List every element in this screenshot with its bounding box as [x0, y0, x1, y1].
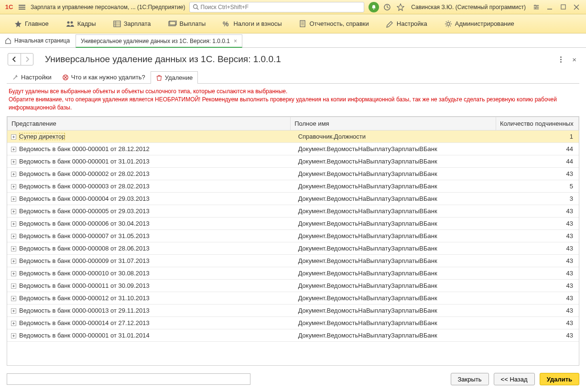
expand-icon[interactable] [11, 184, 16, 189]
table-row[interactable]: Ведомость в банк 0000-000006 от 30.04.20… [7, 218, 579, 230]
expand-icon[interactable] [11, 221, 16, 227]
expand-icon[interactable] [11, 246, 16, 251]
cell-representation: Ведомость в банк 0000-000008 от 28.06.20… [19, 245, 150, 252]
search-box[interactable] [189, 2, 365, 12]
expand-icon[interactable] [11, 172, 16, 177]
cell-representation: Ведомость в банк 0000-000001 от 31.01.20… [19, 332, 150, 339]
history-icon[interactable] [381, 1, 393, 13]
col-representation[interactable]: Представление [8, 117, 291, 131]
table-row[interactable]: Ведомость в банк 0000-000010 от 30.08.20… [7, 267, 579, 280]
inner-tabs: Настройки Что и как нужно удалить? Удале… [7, 71, 579, 84]
nav-back-icon[interactable] [8, 54, 21, 65]
cell-representation: Ведомость в банк 0000-000006 от 30.04.20… [19, 220, 150, 227]
cell-representation: Ведомость в банк 0000-000012 от 31.10.20… [19, 294, 150, 302]
menu-taxes[interactable]: %Налоги и взносы [214, 14, 290, 33]
expand-icon[interactable] [11, 234, 16, 239]
tab-active[interactable]: Универсальное удаление данных из 1С. Вер… [76, 34, 242, 48]
cell-representation: Ведомость в банк 0000-000014 от 27.12.20… [19, 319, 150, 327]
expand-icon[interactable] [11, 308, 16, 314]
table-body-scroll[interactable]: Супер директорСправочник.Должности1Ведом… [7, 131, 579, 365]
page-menu-icon[interactable] [556, 54, 565, 64]
table-row[interactable]: Ведомость в банк 0000-000008 от 28.06.20… [7, 242, 579, 255]
footer-input[interactable] [7, 373, 250, 385]
col-fullname[interactable]: Полное имя [291, 117, 496, 131]
expand-icon[interactable] [11, 271, 16, 276]
cell-count: 44 [503, 155, 579, 168]
cell-count: 43 [503, 242, 579, 255]
menu-main[interactable]: Главное [6, 14, 57, 33]
table-row[interactable]: Ведомость в банк 0000-000005 от 29.03.20… [7, 205, 579, 218]
table-row[interactable]: Ведомость в банк 0000-000002 от 28.02.20… [7, 168, 579, 180]
page-close-icon[interactable]: × [570, 54, 578, 65]
maximize-icon[interactable] [557, 1, 569, 13]
expand-icon[interactable] [11, 159, 16, 164]
table-row[interactable]: Ведомость в банк 0000-000001 от 31.01.20… [7, 155, 579, 168]
notifications-icon[interactable] [368, 1, 380, 13]
svg-line-1 [196, 8, 198, 10]
tab-label: Настройки [21, 74, 52, 81]
menu-payments[interactable]: Выплаты [160, 14, 215, 33]
tab-close-icon[interactable]: × [234, 38, 237, 44]
menu-admin[interactable]: Администрирование [436, 14, 523, 33]
deletion-table: Представление Полное имя Количество подч… [7, 116, 579, 366]
menu-settings[interactable]: Настройка [378, 14, 436, 33]
table-row[interactable]: Ведомость в банк 0000-000004 от 29.03.20… [7, 193, 579, 205]
page-title: Универсальное удаление данных из 1С. Вер… [45, 54, 556, 65]
col-count[interactable]: Количество подчиненных [496, 117, 579, 131]
expand-icon[interactable] [11, 296, 16, 301]
expand-icon[interactable] [11, 209, 16, 214]
table-row[interactable]: Ведомость в банк 0000-000001 от 28.12.20… [7, 143, 579, 155]
hamburger-icon[interactable] [17, 2, 27, 12]
search-input[interactable] [201, 4, 361, 11]
menu-salary[interactable]: Зарплата [105, 14, 160, 33]
close-window-icon[interactable] [571, 1, 582, 13]
favorite-icon[interactable] [395, 1, 406, 13]
table-row[interactable]: Ведомость в банк 0000-000014 от 27.12.20… [7, 317, 579, 329]
tab-home[interactable]: Начальная страница [0, 34, 75, 47]
cell-representation: Ведомость в банк 0000-000005 от 29.03.20… [19, 207, 150, 215]
tab-what-delete[interactable]: Что и как нужно удалить? [57, 71, 151, 83]
menu-staff[interactable]: Кадры [57, 14, 105, 33]
table-row[interactable]: Ведомость в банк 0000-000013 от 29.11.20… [7, 305, 579, 317]
expand-icon[interactable] [11, 134, 16, 140]
cell-fullname: Документ.ВедомостьНаВыплатуЗарплатыВБанк [294, 143, 503, 155]
cell-fullname: Документ.ВедомостьНаВыплатуЗарплатыВБанк [294, 180, 503, 193]
tab-deletion[interactable]: Удаление [151, 71, 198, 84]
back-button[interactable]: << Назад [494, 373, 535, 385]
expand-icon[interactable] [11, 259, 16, 264]
table-row[interactable]: Супер директорСправочник.Должности1 [7, 131, 579, 143]
table-row[interactable]: Ведомость в банк 0000-000001 от 31.01.20… [7, 329, 579, 342]
cell-count: 5 [503, 180, 579, 193]
close-button[interactable]: Закрыть [451, 373, 489, 385]
cell-representation: Ведомость в банк 0000-000002 от 28.02.20… [19, 170, 150, 177]
delete-button[interactable]: Удалить [540, 373, 579, 385]
svg-point-8 [67, 21, 69, 23]
cell-fullname: Документ.ВедомостьНаВыплатуЗарплатыВБанк [294, 155, 503, 168]
titlebar: 1C Зарплата и управление персоналом, ...… [0, 0, 586, 14]
table-row[interactable]: Ведомость в банк 0000-000011 от 30.09.20… [7, 280, 579, 292]
warning-text: Будут удалены все выбранные объекты и об… [0, 84, 586, 115]
table-row[interactable]: Ведомость в банк 0000-000007 от 31.05.20… [7, 230, 579, 242]
expand-icon[interactable] [11, 333, 16, 338]
app-logo-icon: 1C [3, 3, 15, 11]
expand-icon[interactable] [11, 283, 16, 289]
user-name[interactable]: Савинская З.Ю. (Системный программист) [411, 4, 526, 11]
tab-settings[interactable]: Настройки [7, 71, 57, 83]
nav-forward-icon[interactable] [21, 54, 33, 65]
cell-fullname: Документ.ВедомостьНаВыплатуЗарплатыВБанк [294, 242, 503, 255]
minimize-icon[interactable] [544, 1, 555, 13]
table-row[interactable]: Ведомость в банк 0000-000009 от 31.07.20… [7, 255, 579, 267]
menu-reports[interactable]: Отчетность, справки [291, 14, 378, 33]
menu-label: Администрирование [455, 20, 514, 27]
panel-settings-icon[interactable] [531, 1, 542, 13]
cell-fullname: Справочник.Должности [294, 131, 503, 143]
warning-line: Обратите внимание, что операция удаления… [9, 96, 577, 112]
table-row[interactable]: Ведомость в банк 0000-000012 от 31.10.20… [7, 292, 579, 305]
cell-representation: Ведомость в банк 0000-000013 от 29.11.20… [19, 307, 150, 314]
expand-icon[interactable] [11, 321, 16, 326]
svg-rect-5 [561, 5, 565, 9]
expand-icon[interactable] [11, 147, 16, 152]
cell-count: 43 [503, 280, 579, 292]
table-row[interactable]: Ведомость в банк 0000-000003 от 28.02.20… [7, 180, 579, 193]
expand-icon[interactable] [11, 196, 16, 202]
